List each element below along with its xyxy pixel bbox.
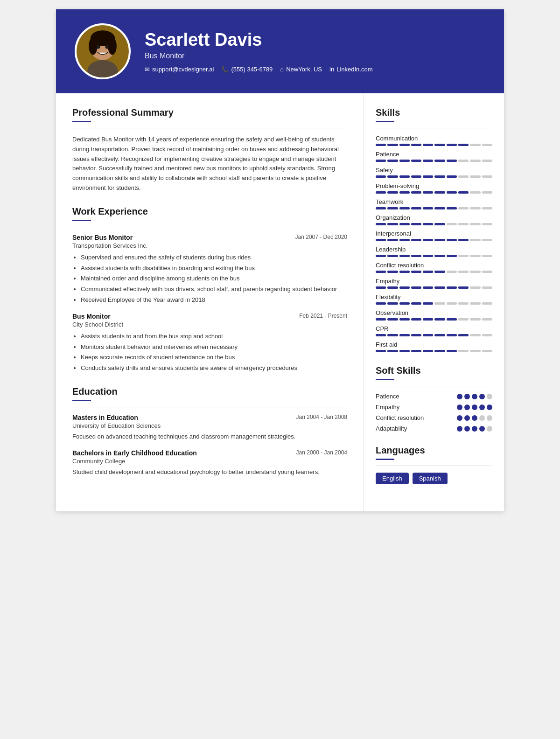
skill-segment	[399, 175, 410, 178]
skill-segment	[387, 334, 398, 336]
edu-header-1: Masters in Education Jan 2004 - Jan 2008	[72, 414, 347, 421]
skill-segment	[399, 271, 410, 273]
skill-bar	[376, 239, 492, 241]
job-title-2: Bus Monitor	[72, 313, 111, 320]
skill-segment	[482, 286, 492, 289]
dot	[464, 404, 470, 410]
svg-point-4	[89, 37, 98, 55]
dot	[464, 426, 470, 432]
skill-segment	[447, 286, 457, 289]
soft-skill-item: Empathy	[376, 404, 492, 411]
skills-title: Skills	[376, 107, 492, 118]
degree-item: Bachelors in Early Childhood Education J…	[72, 449, 347, 477]
degree-item: Masters in Education Jan 2004 - Jan 2008…	[72, 414, 347, 442]
right-column: Skills CommunicationPatienceSafetyProble…	[364, 93, 504, 511]
skill-segment	[387, 271, 398, 273]
skill-segment	[423, 223, 433, 225]
degree-school-1: University of Education Sciences	[72, 422, 347, 429]
skill-segment	[399, 191, 410, 194]
skill-segment	[447, 334, 457, 336]
skill-item: Communication	[376, 135, 492, 146]
skill-item: Safety	[376, 167, 492, 178]
skill-segment	[423, 350, 433, 352]
skill-bar	[376, 334, 492, 336]
skill-segment	[447, 175, 457, 178]
skill-segment	[458, 286, 469, 289]
skills-divider	[376, 128, 492, 128]
skill-item: Conflict resolution	[376, 262, 492, 273]
skill-segment	[411, 207, 421, 209]
soft-skill-item: Conflict resolution	[376, 414, 492, 421]
skill-segment	[387, 223, 398, 225]
skill-segment	[434, 175, 445, 178]
skill-segment	[447, 160, 457, 162]
skill-segment	[434, 286, 445, 289]
skill-segment	[423, 175, 433, 178]
skill-segment	[376, 175, 386, 178]
skill-bar	[376, 255, 492, 257]
skill-segment	[423, 160, 433, 162]
language-tag: Spanish	[413, 473, 448, 484]
skill-item: Organization	[376, 214, 492, 225]
skill-name: Conflict resolution	[376, 262, 492, 269]
soft-skills-underline	[376, 379, 394, 380]
skill-name: Interpersonal	[376, 230, 492, 237]
svg-point-6	[97, 45, 100, 49]
skill-segment	[434, 318, 445, 321]
skill-segment	[470, 223, 480, 225]
skill-item: Interpersonal	[376, 230, 492, 241]
skill-segment	[387, 207, 398, 209]
bullet-item: Assisted students with disabilities in b…	[81, 264, 347, 273]
skill-segment	[376, 318, 386, 321]
skill-bar	[376, 191, 492, 194]
skill-bar	[376, 302, 492, 305]
skill-segment	[411, 334, 421, 336]
skill-segment	[470, 160, 480, 162]
degree-name-2: Bachelors in Early Childhood Education	[72, 449, 197, 457]
soft-skill-name: Conflict resolution	[376, 414, 424, 421]
skill-segment	[376, 207, 386, 209]
edu-header-2: Bachelors in Early Childhood Education J…	[72, 449, 347, 457]
education-underline	[72, 400, 91, 401]
language-tags: EnglishSpanish	[376, 473, 492, 484]
skill-segment	[482, 318, 492, 321]
education-section: Education Masters in Education Jan 2004 …	[72, 386, 347, 477]
skill-segment	[470, 350, 480, 352]
skill-segment	[399, 144, 410, 146]
skill-name: Leadership	[376, 246, 492, 253]
dot-container	[457, 415, 492, 421]
job-header-1: Senior Bus Monitor Jan 2007 - Dec 2020	[72, 234, 347, 241]
skill-bar	[376, 175, 492, 178]
languages-divider	[376, 466, 492, 466]
skill-item: Leadership	[376, 246, 492, 257]
svg-point-7	[105, 45, 109, 49]
skill-segment	[387, 350, 398, 352]
avatar	[75, 23, 131, 79]
skill-segment	[434, 334, 445, 336]
job-company-2: City School District	[72, 321, 347, 328]
skill-segment	[458, 160, 469, 162]
resume-container: Scarlett Davis Bus Monitor ✉ support@cvd…	[56, 9, 504, 511]
skill-item: Patience	[376, 151, 492, 162]
skill-segment	[458, 191, 469, 194]
skill-segment	[447, 302, 457, 305]
skill-segment	[387, 239, 398, 241]
skill-segment	[458, 302, 469, 305]
skill-segment	[470, 255, 480, 257]
work-divider	[72, 227, 347, 227]
skill-segment	[376, 144, 386, 146]
skill-segment	[376, 286, 386, 289]
dot	[487, 404, 492, 410]
skill-segment	[423, 239, 433, 241]
bullet-item: Supervised and ensured the safety of stu…	[81, 253, 347, 263]
skill-segment	[434, 191, 445, 194]
job-item: Senior Bus Monitor Jan 2007 - Dec 2020 T…	[72, 234, 347, 305]
skill-segment	[447, 271, 457, 273]
skill-segment	[447, 207, 457, 209]
skill-segment	[399, 223, 410, 225]
skill-segment	[482, 350, 492, 352]
bullet-item: Monitors student behavior and intervenes…	[81, 342, 347, 352]
soft-skills-list: PatienceEmpathyConflict resolutionAdapta…	[376, 393, 492, 432]
job-item: Bus Monitor Feb 2021 - Present City Scho…	[72, 313, 347, 373]
job-title-1: Senior Bus Monitor	[72, 234, 133, 241]
